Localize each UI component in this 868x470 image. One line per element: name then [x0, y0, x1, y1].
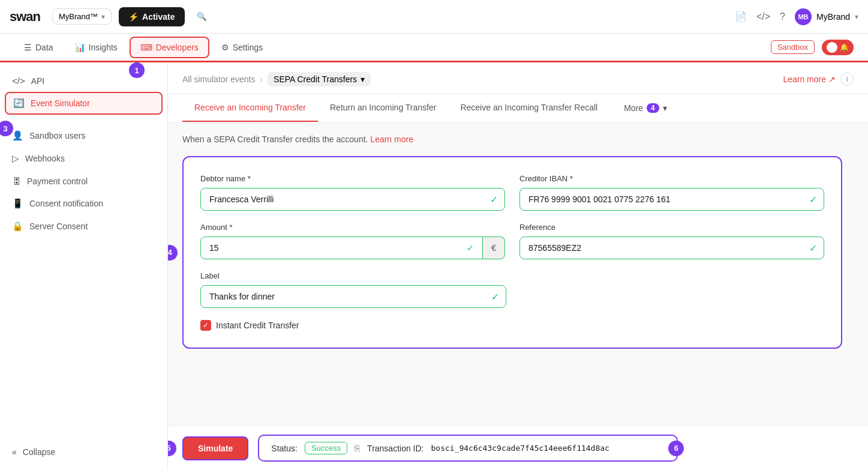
breadcrumb-chevron-icon: ▾	[361, 74, 365, 84]
tab-settings-label: Settings	[233, 43, 263, 52]
form-learn-more[interactable]: Learn more	[370, 134, 413, 144]
tab-insights[interactable]: 📊 Insights	[65, 38, 127, 57]
instant-credit-row: ✓ Instant Credit Transfer	[200, 320, 824, 331]
sidebar-item-sandbox-users-label: Sandbox users	[29, 131, 85, 140]
developers-icon: ⌨	[140, 43, 152, 52]
search-button[interactable]: 🔍	[192, 7, 212, 26]
sidebar-item-server-consent[interactable]: 🔒 Server Consent	[0, 215, 167, 238]
reference-group: Reference ✓	[519, 223, 824, 259]
reference-label: Reference	[519, 223, 824, 232]
sub-tab-receive-recall[interactable]: Receive an Incoming Transfer Recall	[448, 94, 609, 122]
user-chevron-icon: ▾	[855, 13, 858, 21]
status-text-label: Status:	[271, 444, 298, 453]
avatar: MB	[795, 8, 812, 25]
collapse-button[interactable]: « Collapse	[0, 441, 167, 463]
sidebar: 1 </> API 🔄 Event Simulator 3 👤 Sandbox …	[0, 62, 168, 470]
learn-more-link[interactable]: Learn more ↗	[783, 74, 836, 84]
breadcrumb-current[interactable]: SEPA Credit Transfers ▾	[268, 72, 371, 86]
sidebar-item-sandbox-users[interactable]: 👤 Sandbox users	[0, 124, 167, 147]
form-row-1: Debtor name * ✓ Creditor IBAN * ✓	[200, 174, 824, 211]
activate-button[interactable]: ⚡ Activate	[119, 7, 184, 26]
simulate-button[interactable]: Simulate	[182, 436, 248, 460]
tab-data[interactable]: ☰ Data	[14, 38, 63, 57]
label-check-icon: ✓	[491, 291, 499, 303]
sub-tab-receive-incoming[interactable]: Receive an Incoming Transfer	[182, 94, 318, 122]
creditor-iban-group: Creditor IBAN * ✓	[519, 174, 824, 211]
main-layout: 1 </> API 🔄 Event Simulator 3 👤 Sandbox …	[0, 62, 868, 470]
sidebar-item-payment-control[interactable]: 🎛 Payment control	[0, 170, 167, 192]
data-icon: ☰	[24, 43, 32, 52]
amount-group: Amount * ✓ €	[200, 223, 505, 259]
reference-input[interactable]	[519, 237, 824, 259]
search-icon: 🔍	[197, 12, 207, 21]
transaction-id-label: Transaction ID:	[367, 444, 424, 453]
sidebar-item-payment-control-label: Payment control	[27, 176, 88, 186]
toggle-dot	[827, 42, 837, 53]
breadcrumb-separator: ›	[260, 74, 263, 84]
settings-icon: ⚙	[221, 43, 229, 52]
debtor-name-label: Debtor name *	[200, 174, 505, 183]
external-link-icon: ↗	[828, 74, 836, 84]
creditor-iban-check-icon: ✓	[809, 194, 817, 205]
status-panel: 6 Status: Success ⎘ Transaction ID: bosc…	[258, 435, 678, 462]
api-icon: </>	[12, 76, 25, 86]
transaction-id-value: bosci_94c6c43c9cade7f45c14eee6f114d8ac	[431, 444, 609, 453]
sidebar-item-webhooks[interactable]: ▷ Webhooks	[0, 147, 167, 170]
instant-credit-checkbox[interactable]: ✓	[200, 320, 211, 331]
creditor-iban-wrapper: ✓	[519, 188, 824, 211]
breadcrumb-current-label: SEPA Credit Transfers	[274, 74, 357, 84]
tab-developers[interactable]: ⌨ Developers	[130, 37, 209, 58]
collapse-icon: «	[12, 447, 17, 457]
creditor-iban-input[interactable]	[519, 188, 824, 211]
server-consent-icon: 🔒	[12, 221, 23, 232]
sidebar-item-event-simulator[interactable]: 🔄 Event Simulator 3	[5, 92, 163, 115]
user-name: MyBrand	[816, 12, 850, 22]
code-icon-button[interactable]: </>	[756, 11, 770, 22]
currency-badge: €	[483, 237, 505, 259]
activate-label: Activate	[142, 12, 175, 22]
top-nav: swan MyBrand™ ▾ ⚡ Activate 🔍 📄 </> ? MB …	[0, 0, 868, 34]
amount-input[interactable]	[200, 237, 483, 259]
breadcrumb-all-events[interactable]: All simulator events	[182, 74, 255, 84]
second-nav: ☰ Data 📊 Insights ⌨ Developers ⚙ Setting…	[0, 34, 868, 62]
document-icon-button[interactable]: 📄	[735, 11, 747, 22]
sandbox-toggle[interactable]: 🔔	[822, 40, 854, 55]
collapse-label: Collapse	[23, 447, 55, 457]
brand-name: MyBrand™	[59, 12, 98, 21]
amount-check-icon: ✓	[467, 243, 474, 253]
form-description: When a SEPA Credit Transfer credits the …	[182, 134, 854, 144]
user-menu[interactable]: MB MyBrand ▾	[795, 8, 858, 25]
tab-settings[interactable]: ⚙ Settings	[212, 38, 273, 57]
sub-tab-return-incoming[interactable]: Return an Incoming Transfer	[318, 94, 448, 122]
reference-check-icon: ✓	[809, 243, 817, 254]
form-row-3: Label ✓	[200, 271, 506, 308]
webhooks-icon: ▷	[12, 153, 19, 164]
help-icon-button[interactable]: ?	[780, 11, 785, 22]
sidebar-item-webhooks-label: Webhooks	[25, 154, 65, 163]
more-tab[interactable]: More 4 ▾	[614, 95, 677, 121]
logo: swan	[10, 9, 40, 25]
sidebar-item-server-consent-label: Server Consent	[29, 221, 88, 231]
breadcrumb-bar: All simulator events › SEPA Credit Trans…	[168, 62, 868, 94]
label-group: Label ✓	[200, 271, 506, 308]
info-icon[interactable]: i	[840, 73, 854, 86]
label-input[interactable]	[200, 285, 506, 308]
insights-icon: 📊	[75, 43, 85, 52]
content-area: All simulator events › SEPA Credit Trans…	[168, 62, 868, 470]
debtor-name-wrapper: ✓	[200, 188, 505, 211]
bottom-bar: 5 Simulate 6 Status: Success ⎘ Transacti…	[168, 426, 868, 470]
debtor-name-input[interactable]	[200, 188, 505, 211]
sidebar-item-event-simulator-label: Event Simulator	[31, 98, 90, 108]
tab-insights-label: Insights	[89, 43, 118, 52]
chevron-down-icon: ▾	[101, 13, 105, 21]
learn-more-label: Learn more	[783, 74, 826, 84]
copy-icon[interactable]: ⎘	[355, 443, 360, 453]
form-row-2: Amount * ✓ € Reference	[200, 223, 824, 259]
label-wrapper: ✓	[200, 285, 506, 308]
sidebar-item-consent-notification[interactable]: 📱 Consent notification	[0, 192, 167, 215]
tab-developers-label: Developers	[156, 43, 199, 52]
label-label: Label	[200, 271, 506, 280]
brand-selector[interactable]: MyBrand™ ▾	[52, 8, 112, 25]
payment-control-icon: 🎛	[12, 176, 21, 186]
form-section: When a SEPA Credit Transfer credits the …	[168, 122, 868, 426]
